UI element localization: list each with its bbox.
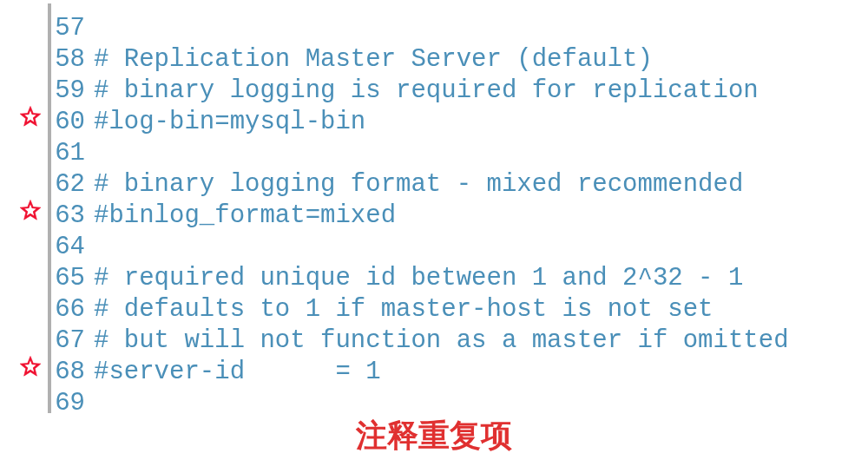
bookmark-gutter: [19, 97, 50, 128]
bookmark-gutter: [19, 316, 50, 347]
caption-text: 注释重复项: [0, 415, 868, 457]
bookmark-gutter: [19, 191, 50, 222]
code-line: 59# binary logging is required for repli…: [19, 66, 868, 97]
bookmark-gutter: [19, 347, 50, 378]
code-line: 69: [19, 378, 868, 410]
bookmark-gutter: [19, 66, 50, 97]
line-number: 69: [50, 388, 94, 419]
bookmark-gutter: [19, 222, 50, 253]
code-line: 61: [19, 128, 868, 160]
bookmark-gutter: [19, 160, 50, 191]
star-icon: [17, 354, 43, 380]
code-line: 67# but will not function as a master if…: [19, 316, 868, 347]
bookmark-gutter: [19, 3, 50, 35]
code-line: 58# Replication Master Server (default): [19, 35, 868, 66]
bookmark-gutter: [19, 35, 50, 66]
star-icon: [17, 198, 43, 224]
bookmark-gutter: [19, 285, 50, 316]
code-line: 64: [19, 222, 868, 253]
code-line: 62# binary logging format - mixed recomm…: [19, 160, 868, 191]
bookmark-gutter: [19, 128, 50, 160]
code-line: 66# defaults to 1 if master-host is not …: [19, 285, 868, 316]
code-line: 57: [19, 3, 868, 35]
bookmark-gutter: [19, 253, 50, 285]
code-line: 60#log-bin=mysql-bin: [19, 97, 868, 128]
star-icon: [17, 104, 43, 130]
bookmark-gutter: [19, 378, 50, 410]
code-line: 65# required unique id between 1 and 2^3…: [19, 253, 868, 285]
code-editor-area: 5758# Replication Master Server (default…: [0, 0, 868, 410]
code-line: 68#server-id = 1: [19, 347, 868, 378]
code-line: 63#binlog_format=mixed: [19, 191, 868, 222]
